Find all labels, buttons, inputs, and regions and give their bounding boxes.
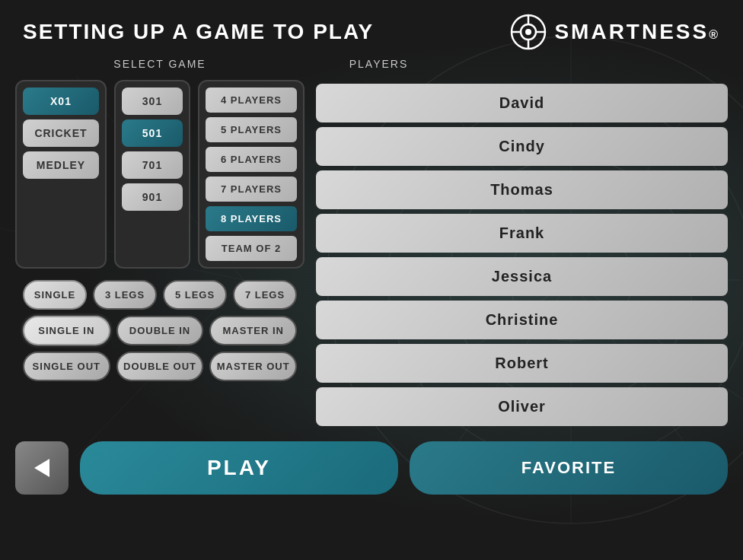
right-panel: David Cindy Thomas Frank Jessica Christi…: [316, 80, 728, 426]
player-robert[interactable]: Robert: [316, 344, 728, 383]
option-double-out[interactable]: DOUBLE OUT: [116, 352, 204, 381]
player-oliver[interactable]: Oliver: [316, 387, 728, 426]
option-single[interactable]: SINGLE: [23, 280, 87, 310]
logo-icon: [510, 14, 547, 50]
options-area: SINGLE 3 LEGS 5 LEGS 7 LEGS SINGLE IN DO…: [15, 280, 305, 387]
option-5legs[interactable]: 5 LEGS: [163, 280, 227, 310]
players-7[interactable]: 7 PLAYERS: [206, 177, 297, 202]
selectors-row: X01 CRICKET MEDLEY 301 501 701 901 4 PLA…: [15, 80, 305, 269]
option-double-in[interactable]: DOUBLE IN: [116, 316, 204, 345]
players-team-of-2[interactable]: TEAM OF 2: [206, 236, 297, 261]
option-single-in[interactable]: SINGLE IN: [23, 316, 110, 345]
players-5[interactable]: 5 PLAYERS: [206, 117, 297, 142]
player-david[interactable]: David: [316, 84, 728, 123]
player-jessica[interactable]: Jessica: [316, 257, 728, 296]
players-4[interactable]: 4 PLAYERS: [206, 88, 297, 113]
svg-marker-24: [34, 459, 49, 477]
options-row-in: SINGLE IN DOUBLE IN MASTER IN: [23, 316, 297, 345]
game-type-cricket[interactable]: CRICKET: [23, 119, 99, 147]
score-901[interactable]: 901: [122, 183, 183, 211]
players-6[interactable]: 6 PLAYERS: [206, 147, 297, 172]
score-701[interactable]: 701: [122, 151, 183, 179]
option-3legs[interactable]: 3 LEGS: [93, 280, 157, 310]
score-501[interactable]: 501: [122, 119, 183, 147]
back-button[interactable]: [15, 441, 69, 495]
logo-reg: ®: [709, 28, 720, 42]
option-single-out[interactable]: SINGLE OUT: [23, 352, 110, 381]
select-game-label: SELECT GAME: [113, 58, 206, 70]
player-cindy[interactable]: Cindy: [316, 127, 728, 166]
options-row-legs: SINGLE 3 LEGS 5 LEGS 7 LEGS: [23, 280, 297, 310]
player-christine[interactable]: Christine: [316, 301, 728, 339]
player-frank[interactable]: Frank: [316, 214, 728, 253]
option-master-in[interactable]: MASTER IN: [209, 316, 297, 345]
left-panel: X01 CRICKET MEDLEY 301 501 701 901 4 PLA…: [15, 80, 305, 426]
game-type-x01[interactable]: X01: [23, 88, 99, 115]
player-thomas[interactable]: Thomas: [316, 170, 728, 209]
option-master-out[interactable]: MASTER OUT: [209, 352, 297, 381]
action-row: PLAY FAVORITE: [0, 430, 743, 495]
play-button[interactable]: PLAY: [80, 441, 398, 495]
logo-area: SMARTNESS ®: [510, 14, 720, 50]
players-label: PLAYERS: [349, 58, 409, 70]
options-row-out: SINGLE OUT DOUBLE OUT MASTER OUT: [23, 352, 297, 381]
logo-text: SMARTNESS: [554, 20, 709, 44]
page-title: SETTING UP A GAME TO PLAY: [23, 20, 374, 44]
score-301[interactable]: 301: [122, 88, 183, 115]
game-score-selector: 301 501 701 901: [114, 80, 190, 269]
game-type-medley[interactable]: MEDLEY: [23, 151, 99, 179]
favorite-button[interactable]: FAVORITE: [410, 441, 728, 495]
back-arrow-icon: [30, 456, 54, 480]
option-7legs[interactable]: 7 LEGS: [233, 280, 297, 310]
svg-point-23: [525, 29, 531, 35]
main-content: X01 CRICKET MEDLEY 301 501 701 901 4 PLA…: [0, 80, 743, 426]
player-count-selector: 4 PLAYERS 5 PLAYERS 6 PLAYERS 7 PLAYERS …: [198, 80, 305, 269]
game-type-selector: X01 CRICKET MEDLEY: [15, 80, 107, 269]
players-8[interactable]: 8 PLAYERS: [206, 206, 297, 231]
header: SETTING UP A GAME TO PLAY SMARTNESS ®: [0, 0, 743, 58]
